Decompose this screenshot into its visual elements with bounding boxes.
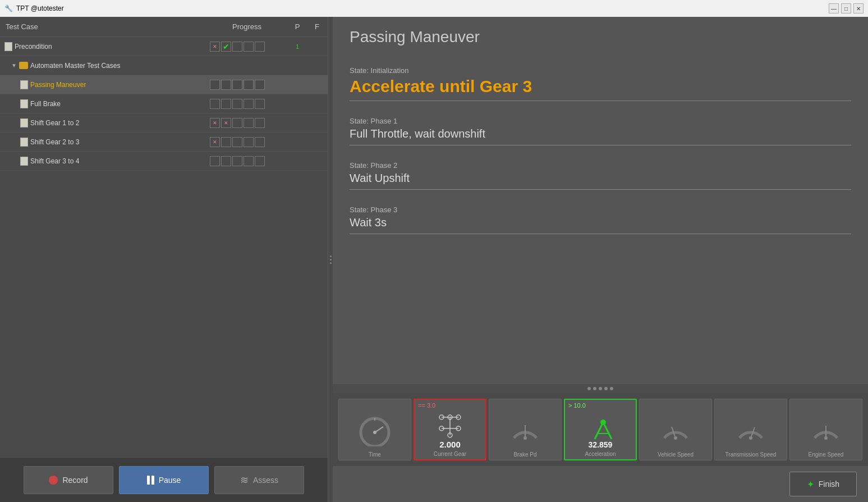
panel-splitter[interactable] — [328, 17, 333, 502]
sg12-box4 — [244, 118, 254, 128]
state-initialization: State: Initialization Accelerate until G… — [350, 66, 851, 101]
divider — [333, 384, 868, 393]
folder-icon — [19, 62, 28, 69]
minimize-button[interactable]: — — [829, 3, 839, 13]
pause-label: Pause — [159, 476, 181, 485]
dot5 — [610, 387, 613, 390]
vspeed-gauge-svg — [656, 413, 695, 446]
svg-point-23 — [824, 436, 828, 440]
right-panel: Passing Maneuver State: Initialization A… — [333, 17, 868, 502]
tspeed-gauge-svg — [731, 413, 770, 446]
sg12-progress: ✕ ✕ — [208, 118, 286, 128]
pm-box1 — [210, 80, 220, 90]
full-brake-progress — [208, 99, 286, 109]
vspeed-label: Vehicle Speed — [640, 451, 711, 458]
gear-label: Current Gear — [415, 451, 485, 457]
espeed-label: Engine Speed — [790, 451, 862, 458]
accel-label: Acceleration — [565, 451, 636, 457]
header-testcase: Test Case — [0, 22, 208, 31]
state-phase2-label: State: Phase 2 — [350, 161, 851, 170]
sg34-box2 — [221, 156, 231, 166]
file-icon-sg12 — [20, 118, 28, 127]
fb-box3 — [232, 99, 242, 109]
dot2 — [593, 387, 596, 390]
precondition-p: 1 — [286, 43, 309, 50]
state-init-value: Accelerate until Gear 3 — [350, 77, 851, 101]
svg-point-19 — [674, 436, 677, 440]
test-case-title: Passing Maneuver — [350, 28, 851, 46]
passing-maneuver-name: Passing Maneuver — [0, 80, 208, 89]
record-dot-icon — [49, 476, 58, 485]
record-button[interactable]: Record — [24, 466, 113, 494]
fb-box5 — [255, 99, 265, 109]
maximize-button[interactable]: □ — [841, 3, 851, 13]
svg-point-15 — [523, 436, 527, 440]
gear-condition: == 3.0 — [418, 402, 435, 409]
state-init-label: State: Initialization — [350, 66, 851, 75]
brake-gauge-svg — [506, 413, 545, 446]
tree-area: Test Case Progress P F Precondition ✕ ✔ — [0, 17, 328, 457]
gauge-vehicle-speed: Vehicle Speed — [639, 399, 712, 460]
precondition-name: Precondition — [0, 42, 208, 51]
tree-row-precondition[interactable]: Precondition ✕ ✔ 1 — [0, 37, 328, 56]
tree-row-shift-gear-1-2[interactable]: Shift Gear 1 to 2 ✕ ✕ — [0, 113, 328, 133]
gauge-current-gear: == 3.0 2.000 Current Gear — [414, 399, 486, 460]
splitter-dot-2 — [330, 259, 332, 261]
passing-maneuver-progress — [208, 80, 286, 90]
gauge-acceleration: > 10.0 32.859 Acceleration — [564, 399, 637, 460]
titlebar-left: 🔧 TPT @utotester — [4, 4, 64, 12]
svg-point-17 — [600, 419, 606, 425]
tree-row-shift-gear-2-3[interactable]: Shift Gear 2 to 3 ✕ — [0, 133, 328, 152]
gear-value: 2.000 — [439, 440, 461, 449]
shift-gear-3-4-name: Shift Gear 3 to 4 — [0, 157, 208, 166]
gear-shift-svg — [433, 412, 467, 442]
tree-row-shift-gear-3-4[interactable]: Shift Gear 3 to 4 — [0, 152, 328, 171]
state-phase3-label: State: Phase 3 — [350, 206, 851, 214]
sg34-progress — [208, 156, 286, 166]
state-phase2-value: Wait Upshift — [350, 172, 851, 190]
pause-button[interactable]: Pause — [119, 466, 209, 494]
prog-box-check: ✔ — [221, 42, 231, 52]
pm-box5 — [255, 80, 265, 90]
svg-point-21 — [749, 436, 752, 440]
app-icon: 🔧 — [4, 4, 13, 12]
pause-bar-2 — [151, 476, 154, 485]
finish-button[interactable]: ✦ Finish — [789, 472, 857, 496]
tree-row-full-brake[interactable]: Full Brake — [0, 94, 328, 113]
sg23-box5 — [255, 137, 265, 147]
tree-row-passing-maneuver[interactable]: Passing Maneuver — [0, 75, 328, 94]
svg-point-3 — [373, 431, 376, 434]
assess-button[interactable]: ≋ Assess — [214, 466, 304, 494]
time-label: Time — [339, 451, 411, 458]
state-phase1-value: Full Throttle, wait downshift — [350, 127, 851, 145]
finish-area: ✦ Finish — [333, 466, 868, 502]
gauge-brake-pd: Brake Pd — [489, 399, 562, 460]
assess-icon: ≋ — [240, 474, 249, 486]
state-phase2: State: Phase 2 Wait Upshift — [350, 161, 851, 190]
sg12-box5 — [255, 118, 265, 128]
tree-row-automaten[interactable]: ▼ Automaten Master Test Cases — [0, 56, 328, 75]
state-phase1: State: Phase 1 Full Throttle, wait downs… — [350, 117, 851, 145]
main-container: Test Case Progress P F Precondition ✕ ✔ — [0, 17, 868, 502]
collapse-icon: ▼ — [11, 62, 17, 69]
sg12-box2: ✕ — [221, 118, 231, 128]
sg34-box3 — [232, 156, 242, 166]
file-icon-fb — [20, 99, 28, 108]
close-button[interactable]: ✕ — [853, 3, 864, 13]
tspeed-label: Transmission Speed — [715, 451, 787, 458]
titlebar: 🔧 TPT @utotester — □ ✕ — [0, 0, 868, 17]
splitter-dot-3 — [330, 262, 332, 264]
file-icon — [4, 42, 12, 51]
fb-box1 — [210, 99, 220, 109]
precondition-progress: ✕ ✔ — [208, 42, 286, 52]
espeed-gauge-svg — [806, 413, 846, 446]
finish-label: Finish — [819, 480, 839, 489]
sg34-box1 — [210, 156, 220, 166]
pm-box3 — [232, 80, 242, 90]
sg23-box4 — [244, 137, 254, 147]
left-panel: Test Case Progress P F Precondition ✕ ✔ — [0, 17, 328, 502]
fb-box4 — [244, 99, 254, 109]
info-area: Passing Maneuver State: Initialization A… — [333, 17, 868, 384]
accel-value: 32.859 — [589, 440, 613, 449]
prog-box-empty1 — [232, 42, 242, 52]
